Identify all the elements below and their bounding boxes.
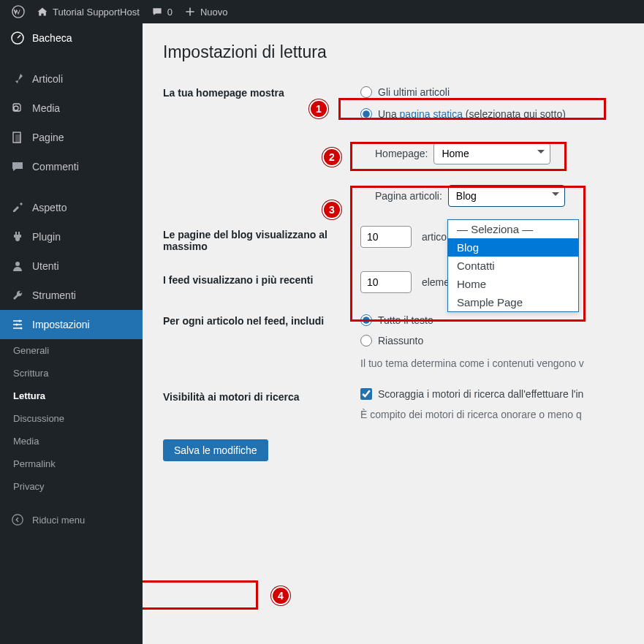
user-icon	[10, 259, 25, 273]
svg-point-4	[15, 262, 20, 266]
blog-pages-label: Le pagine del blog visualizzano al massi…	[163, 226, 360, 252]
svg-point-6	[16, 324, 18, 326]
radio-full-text[interactable]: Tutto il testo	[360, 312, 624, 328]
new-label: Nuovo	[200, 7, 228, 18]
sidebar-item-plugins[interactable]: Plugin	[0, 222, 143, 251]
site-name-label: Tutorial SupportHost	[53, 7, 140, 18]
feed-content-label: Per ogni articolo nel feed, includi	[163, 312, 360, 327]
chevron-left-circle-icon	[10, 512, 25, 527]
seo-discourage-input[interactable]	[360, 388, 372, 400]
admin-sidebar: Bacheca Articoli Media Pagine Commenti A…	[0, 23, 143, 644]
comment-icon	[10, 159, 25, 174]
radio-full-text-label: Tutto il testo	[378, 314, 433, 326]
wrench-icon	[10, 288, 25, 303]
sidebar-item-label: Utenti	[32, 260, 59, 272]
submenu-item-privacy[interactable]: Privacy	[0, 475, 143, 498]
wp-logo[interactable]	[6, 0, 31, 23]
sidebar-item-label: Strumenti	[32, 289, 76, 301]
submenu-item-permalink[interactable]: Permalink	[0, 452, 143, 475]
radio-static-label: Una pagina statica (selezionata qui sott…	[378, 108, 566, 120]
sidebar-item-pages[interactable]: Pagine	[0, 123, 143, 152]
sidebar-item-label: Pagine	[32, 132, 64, 143]
dropdown-option[interactable]: Contatti	[448, 257, 578, 275]
plus-icon	[184, 6, 196, 18]
save-button[interactable]: Salva le modifiche	[163, 439, 268, 461]
feed-content-desc: Il tuo tema determina come i contenuti v…	[360, 357, 624, 369]
site-name-link[interactable]: Tutorial SupportHost	[31, 0, 145, 23]
sliders-icon	[10, 317, 25, 332]
annotation-box-4	[143, 580, 258, 610]
sidebar-item-comments[interactable]: Commenti	[0, 152, 143, 181]
submenu-item-media[interactable]: Media	[0, 430, 143, 452]
sidebar-item-users[interactable]: Utenti	[0, 251, 143, 281]
radio-latest-label: Gli ultimi articoli	[378, 86, 450, 98]
sidebar-item-label: Media	[32, 102, 60, 114]
comments-link[interactable]: 0	[145, 0, 178, 23]
sidebar-item-label: Bacheca	[32, 32, 72, 44]
collapse-menu-label: Riduci menu	[32, 515, 85, 526]
seo-visibility-label: Visibilità ai motori di ricerca	[163, 388, 360, 403]
annotation-badge-4: 4	[271, 586, 290, 605]
feed-items-input[interactable]	[360, 271, 412, 293]
posts-page-dropdown-open: — Seleziona — Blog Contatti Home Sample …	[447, 219, 579, 312]
feed-items-label: I feed visualizzano i più recenti	[163, 271, 360, 286]
radio-summary[interactable]: Riassunto	[360, 333, 624, 349]
sidebar-item-tools[interactable]: Strumenti	[0, 281, 143, 310]
pin-icon	[10, 72, 25, 86]
radio-full-text-input[interactable]	[360, 314, 372, 326]
admin-bar: Tutorial SupportHost 0 Nuovo	[0, 0, 644, 23]
radio-static-page[interactable]: Una pagina statica (selezionata qui sott…	[360, 106, 624, 122]
sidebar-item-media[interactable]: Media	[0, 94, 143, 123]
wordpress-icon	[12, 5, 25, 18]
plugin-icon	[10, 230, 25, 244]
svg-point-5	[19, 320, 21, 322]
radio-static-page-input[interactable]	[360, 108, 372, 120]
sidebar-item-label: Commenti	[32, 161, 79, 173]
seo-desc: È compito dei motori di ricerca onorare …	[360, 409, 624, 420]
dropdown-option[interactable]: Home	[448, 275, 578, 293]
comments-count: 0	[167, 7, 173, 18]
radio-latest-posts[interactable]: Gli ultimi articoli	[360, 84, 624, 100]
blog-pages-input[interactable]	[360, 226, 412, 248]
radio-summary-input[interactable]	[360, 335, 372, 346]
homepage-select-label: Homepage:	[375, 148, 428, 159]
svg-point-0	[12, 6, 24, 18]
posts-page-select-label: Pagina articoli:	[375, 190, 442, 202]
dashboard-icon	[10, 31, 25, 45]
sidebar-item-label: Plugin	[32, 231, 61, 243]
submenu-item-reading[interactable]: Lettura	[0, 384, 143, 407]
submenu-item-general[interactable]: Generali	[0, 339, 143, 362]
brush-icon	[10, 200, 25, 215]
homepage-select[interactable]: Home	[433, 143, 550, 164]
sidebar-item-posts[interactable]: Articoli	[0, 64, 143, 94]
seo-discourage-checkbox[interactable]: Scoraggia i motori di ricerca dall'effet…	[360, 388, 624, 400]
settings-submenu: Generali Scrittura Lettura Discussione M…	[0, 339, 143, 498]
new-content-link[interactable]: Nuovo	[178, 0, 234, 23]
collapse-menu-button[interactable]: Riduci menu	[0, 504, 143, 536]
sidebar-item-appearance[interactable]: Aspetto	[0, 193, 143, 222]
submenu-item-discussion[interactable]: Discussione	[0, 407, 143, 430]
radio-summary-label: Riassunto	[378, 335, 423, 346]
submenu-item-writing[interactable]: Scrittura	[0, 362, 143, 384]
svg-point-8	[12, 515, 23, 525]
homepage-displays-label: La tua homepage mostra	[163, 84, 360, 99]
comment-icon	[151, 6, 163, 18]
static-page-link[interactable]: pagina statica	[400, 108, 463, 120]
home-icon	[37, 6, 48, 18]
posts-page-select[interactable]: Blog	[448, 185, 565, 207]
sidebar-item-label: Impostazioni	[32, 319, 90, 330]
sidebar-item-label: Aspetto	[32, 202, 67, 213]
page-title: Impostazioni di lettura	[163, 42, 624, 62]
radio-latest-posts-input[interactable]	[360, 86, 372, 98]
dropdown-option[interactable]: Sample Page	[448, 293, 578, 311]
seo-discourage-label: Scoraggia i motori di ricerca dall'effet…	[378, 388, 583, 400]
main-content: Impostazioni di lettura La tua homepage …	[143, 23, 644, 644]
svg-point-7	[20, 327, 23, 330]
sidebar-item-settings[interactable]: Impostazioni	[0, 310, 143, 339]
pages-icon	[10, 130, 25, 145]
sidebar-item-dashboard[interactable]: Bacheca	[0, 23, 143, 53]
sidebar-item-label: Articoli	[32, 73, 63, 85]
media-icon	[10, 101, 25, 115]
dropdown-option[interactable]: Blog	[448, 238, 578, 257]
dropdown-option[interactable]: — Seleziona —	[448, 220, 578, 238]
